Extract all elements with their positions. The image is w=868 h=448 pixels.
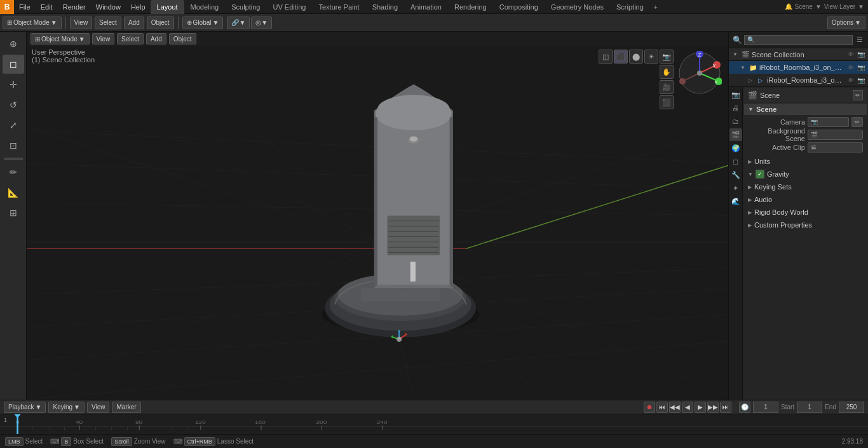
- current-frame-input[interactable]: 1: [753, 402, 778, 413]
- viewport-3d[interactable]: ⊞ Object Mode ▼ View Select Add Object U…: [27, 32, 728, 400]
- mode-select-btn[interactable]: ⊞ Object Mode ▼: [3, 17, 62, 29]
- audio-section[interactable]: ▶ Audio: [744, 193, 867, 206]
- workspace-uv[interactable]: UV Editing: [266, 0, 312, 14]
- cursor-tool-btn[interactable]: ⊕: [3, 34, 24, 53]
- workspace-sculpting[interactable]: Sculpting: [225, 0, 266, 14]
- vis-eye-1[interactable]: 👁: [846, 63, 855, 72]
- scene-selector[interactable]: Scene: [795, 3, 813, 10]
- start-frame-input[interactable]: 1: [797, 402, 822, 413]
- expand-icon[interactable]: ▼: [731, 51, 739, 58]
- object-menu-btn[interactable]: Object: [147, 17, 174, 29]
- material-btn[interactable]: ⬤: [629, 50, 643, 64]
- record-btn[interactable]: ⏺: [644, 402, 655, 413]
- workspace-compositing[interactable]: Compositing: [493, 0, 545, 14]
- visibility-icon[interactable]: 👁: [846, 50, 855, 59]
- rigidbody-section[interactable]: ▶ Rigid Body World: [744, 206, 867, 219]
- output-props-icon[interactable]: 🖨: [729, 102, 742, 114]
- workspace-animation[interactable]: Animation: [404, 0, 448, 14]
- transform-select[interactable]: ⊕ Global ▼: [182, 17, 224, 29]
- workspace-shading[interactable]: Shading: [366, 0, 404, 14]
- end-frame-input[interactable]: 250: [839, 402, 864, 413]
- looping-indicator[interactable]: 🕐: [739, 402, 750, 413]
- view-btn[interactable]: View: [92, 33, 115, 44]
- camera-value[interactable]: 📷: [808, 117, 849, 127]
- menu-file[interactable]: File: [14, 0, 36, 13]
- gravity-check[interactable]: ✓: [756, 170, 764, 179]
- rotate-tool-btn[interactable]: ↺: [3, 95, 24, 114]
- select-btn[interactable]: Select: [117, 33, 144, 44]
- workspace-geometry[interactable]: Geometry Nodes: [545, 0, 610, 14]
- keying-btn[interactable]: Keying ▼: [48, 402, 84, 413]
- options-btn[interactable]: Options ▼: [827, 17, 865, 29]
- expand-icon-1[interactable]: ▼: [739, 64, 747, 71]
- wireframe-btn[interactable]: ◫: [599, 50, 613, 64]
- playback-btn[interactable]: Playback ▼: [4, 402, 46, 413]
- custom-props-section[interactable]: ▶ Custom Properties: [744, 219, 867, 231]
- irobot-collection-item[interactable]: ▼ 📁 iRobot_Roomba_i3_on_Statio 👁 📷: [729, 61, 868, 74]
- cube-display-btn[interactable]: ⬛: [660, 95, 674, 109]
- menu-edit[interactable]: Edit: [36, 0, 58, 13]
- render-eye-1[interactable]: 📷: [857, 63, 865, 72]
- render-props-icon[interactable]: 📷: [729, 88, 742, 101]
- select-menu-btn[interactable]: Select: [95, 17, 121, 29]
- jump-start-btn[interactable]: ⏮: [656, 402, 668, 413]
- prev-frame-btn[interactable]: ◀: [682, 402, 693, 413]
- view-menu-btn[interactable]: View: [70, 17, 93, 29]
- object-mode-btn[interactable]: ⊞ Object Mode ▼: [31, 33, 90, 44]
- vis-eye-2[interactable]: 👁: [846, 76, 855, 85]
- modifier-props-icon[interactable]: 🔧: [729, 168, 742, 181]
- transform-tool-btn[interactable]: ⊡: [3, 136, 24, 155]
- units-section[interactable]: ▶ Units: [744, 155, 867, 168]
- workspace-scripting[interactable]: Scripting: [610, 0, 650, 14]
- scale-tool-btn[interactable]: ⤢: [3, 116, 24, 135]
- object-btn[interactable]: Object: [169, 33, 196, 44]
- camera-view-btn[interactable]: 📷: [660, 50, 674, 64]
- hand-tool-btn[interactable]: ✋: [660, 65, 674, 79]
- render-eye-2[interactable]: 📷: [857, 76, 865, 85]
- particles-props-icon[interactable]: ✦: [729, 182, 742, 194]
- scene-props-icon[interactable]: 🎬: [729, 128, 742, 141]
- physics-props-icon[interactable]: 🌊: [729, 195, 742, 208]
- prev-keyframe-btn[interactable]: ◀◀: [669, 402, 681, 413]
- timeline-track[interactable]: 1 0 40 80 120 160 200: [0, 414, 868, 434]
- workspace-modeling[interactable]: Modeling: [184, 0, 226, 14]
- camera-icon-btn[interactable]: 🎥: [660, 80, 674, 94]
- view-layer-selector[interactable]: View Layer: [824, 3, 855, 10]
- solid-btn[interactable]: ⬛: [614, 50, 628, 64]
- add-cube-btn[interactable]: ⊞: [3, 203, 24, 222]
- menu-help[interactable]: Help: [126, 0, 151, 13]
- expand-icon-2[interactable]: ▷: [747, 76, 754, 84]
- menu-window[interactable]: Window: [91, 0, 126, 13]
- scene-section-header[interactable]: ▼ Scene: [744, 104, 867, 115]
- menu-render[interactable]: Render: [58, 0, 91, 13]
- workspace-layout[interactable]: Layout: [151, 0, 184, 14]
- next-frame-btn[interactable]: ▶▶: [707, 402, 719, 413]
- outliner-filter-btn[interactable]: ☰: [854, 34, 865, 46]
- scene-collection-item[interactable]: ▼ 🎬 Scene Collection 👁 📷: [729, 48, 868, 61]
- object-props-icon[interactable]: ◻: [729, 155, 742, 168]
- render-icon[interactable]: 📷: [857, 50, 865, 59]
- marker-btn[interactable]: Marker: [112, 402, 140, 413]
- add-menu-btn[interactable]: Add: [124, 17, 144, 29]
- rendered-btn[interactable]: ☀: [644, 50, 658, 64]
- gravity-section[interactable]: ▼ ✓ Gravity: [744, 168, 867, 180]
- move-tool-btn[interactable]: ✛: [3, 75, 24, 94]
- jump-end-btn[interactable]: ⏭: [720, 402, 731, 413]
- world-props-icon[interactable]: 🌍: [729, 142, 742, 154]
- add-btn[interactable]: Add: [146, 33, 166, 44]
- view-timeline-btn[interactable]: View: [87, 402, 110, 413]
- select-tool-btn[interactable]: ◻: [3, 55, 24, 74]
- view-layer-props-icon[interactable]: 🗂: [729, 115, 742, 128]
- active-clip-value[interactable]: 📽: [808, 142, 863, 153]
- proportional-btn[interactable]: ◎▼: [251, 17, 272, 29]
- play-btn[interactable]: ▶: [695, 402, 706, 413]
- outliner-search[interactable]: 🔍: [744, 35, 853, 45]
- measure-tool-btn[interactable]: 📐: [3, 183, 24, 202]
- workspace-add-button[interactable]: +: [650, 1, 661, 13]
- scene-edit-btn[interactable]: ✏: [853, 90, 863, 100]
- bg-scene-value[interactable]: 🎬: [808, 130, 863, 140]
- workspace-rendering[interactable]: Rendering: [448, 0, 493, 14]
- irobot-mesh-item[interactable]: ▷ ▷ iRobot_Roomba_i3_on_S 👁 📷: [729, 74, 868, 86]
- snap-btn[interactable]: 🔗▼: [227, 17, 250, 29]
- navigation-gizmo[interactable]: X Y Z: [677, 51, 722, 95]
